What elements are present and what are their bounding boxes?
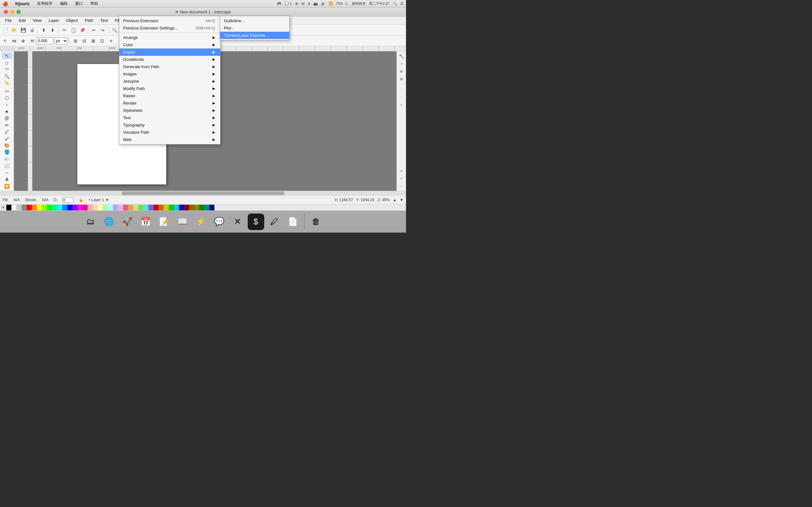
menu-raster[interactable]: Raster▶ [119,92,220,100]
zoom-btn[interactable]: 🔍 [2,73,12,79]
menu-generate-from-path[interactable]: Generate from Path▶ [119,63,220,70]
dock-inkscape[interactable]: 🖊 [266,214,283,230]
dock-rocket[interactable]: 🚀 [119,214,136,230]
color-swatch-orange[interactable] [32,205,37,210]
layer-arrow[interactable]: ▼ [105,198,109,202]
zoom-up-btn[interactable]: ▲ [393,198,397,202]
dock-finder[interactable]: 🗂 [82,214,99,230]
color-swatch-20[interactable] [174,205,179,210]
dock-trash[interactable]: 🗑 [308,214,324,230]
snap-btn1[interactable]: ⌖ [398,60,405,67]
color-swatch-yellow[interactable] [37,205,42,210]
menu-file[interactable]: File [2,17,15,24]
menu-guillotine[interactable]: Guillotine... [220,17,289,24]
print-icon[interactable]: 🖨 [28,26,36,34]
lock-icon[interactable]: 🔒 [79,198,84,202]
color-swatch-16[interactable] [154,205,159,210]
camera-icon[interactable]: 📷 [313,2,318,6]
color-swatch-blue[interactable] [67,205,72,210]
color-swatch-21[interactable] [179,205,184,210]
color-swatch-5[interactable] [98,205,103,210]
menu-previous-extension[interactable]: Previous Extension Alt+Q [119,17,220,24]
color-swatch-8[interactable] [113,205,118,210]
color-swatch-4[interactable] [93,205,98,210]
menu-arrange[interactable]: Arrange▶ [119,34,220,41]
color-swatch-magenta[interactable] [78,205,83,210]
color-swatch-1[interactable] [16,205,21,210]
dock-notes[interactable]: 📝 [156,214,172,230]
zoom-minus-btn[interactable]: − [398,182,405,189]
eye-icon[interactable]: 👁 [295,2,299,6]
close-button[interactable] [4,10,8,14]
tweak-btn[interactable]: 〜 [2,66,12,72]
color-swatch-15[interactable] [148,205,154,210]
color-swatch-12[interactable] [133,205,138,210]
color-swatch-pink[interactable] [83,205,88,210]
menu-color[interactable]: Color▶ [119,41,220,49]
color-swatch-23[interactable] [189,205,194,210]
h-input[interactable] [36,38,53,44]
menubar-app[interactable]: 应用程序 [35,0,54,7]
snap-icon4[interactable]: ⊡ [98,37,106,45]
copy-icon[interactable]: 📋 [69,26,78,34]
zoom-down-btn[interactable]: ▼ [400,198,403,202]
color-swatch-black[interactable] [6,205,11,210]
paint-btn[interactable]: 🎨 [2,142,12,149]
menu-text[interactable]: Text [97,17,111,24]
dock-calendar[interactable]: 📅 [137,214,154,230]
menubar-window[interactable]: 窗口 [73,0,85,7]
snap-icon1[interactable]: ⊞ [71,37,80,45]
select-tool-btn[interactable]: ↖ [2,53,12,59]
color-swatch-green[interactable] [47,205,52,210]
snap-icon3[interactable]: ⊠ [89,37,97,45]
save-icon[interactable]: 💾 [19,26,27,34]
menu-object[interactable]: Object [63,17,81,24]
color-swatch-cyan[interactable] [57,205,62,210]
menu-text[interactable]: Text▶ [119,114,220,121]
menu-icon[interactable]: ☰ [400,2,403,6]
unit-select[interactable]: px mm cm [55,38,68,44]
dock-chrome[interactable]: 🌐 [101,214,117,230]
maximize-button[interactable] [16,10,20,14]
menu-prev-ext-settings[interactable]: Previous Extension Settings... Shift+Alt… [119,24,220,32]
wechat-icon[interactable]: 💬 1 [285,2,292,6]
menu-visualize-path[interactable]: Visualize Path▶ [119,129,220,136]
snap-btn7[interactable]: ≡ [398,167,405,174]
open-icon[interactable]: 📂 [10,26,18,34]
connector-btn[interactable]: ↔ [2,170,12,176]
new-icon[interactable]: 📄 [1,26,9,34]
color-swatch-3[interactable] [88,205,93,210]
dock-xquartz[interactable]: ✕ [229,214,246,230]
color-swatch-2[interactable] [21,205,27,210]
dock-wechat[interactable]: 💬 [211,214,227,230]
color-swatch-24[interactable] [194,205,199,210]
color-swatch-22[interactable] [184,205,189,210]
pen-btn[interactable]: 🖊 [2,129,12,135]
color-swatch-27[interactable] [209,205,214,210]
import-icon[interactable]: ⬆ [40,26,48,34]
fill-btn[interactable]: 🪣 [2,149,12,155]
cut-icon[interactable]: ✂ [60,26,68,34]
star-btn[interactable]: ★ [2,108,12,115]
menu-turnkeylaser[interactable]: TurnkeyLaser Exporter... [220,32,289,39]
color-swatch-10[interactable] [123,205,128,210]
no-color-btn[interactable]: ✕ [0,205,6,211]
dock-scrivenor[interactable]: 📖 [174,214,191,230]
m-icon[interactable]: M [302,2,305,6]
menu-render[interactable]: Render▶ [119,100,220,107]
zoom-icon[interactable]: 🔍 [110,26,119,34]
color-swatch-white[interactable] [11,205,16,210]
horizontal-scrollbar[interactable] [0,191,406,195]
pencil-btn[interactable]: ✏ [2,122,12,128]
menu-stylesheet[interactable]: Stylesheet▶ [119,107,220,114]
menu-images[interactable]: Images▶ [119,70,220,78]
menu-typography[interactable]: Typography▶ [119,121,220,129]
menubar-edit[interactable]: 编辑 [58,0,69,7]
game-icon[interactable]: 🎮 [277,2,281,6]
color-swatch-9[interactable] [118,205,123,210]
snap-enable-btn[interactable]: 🔧 [398,53,405,60]
color-swatch-14[interactable] [143,205,148,210]
undo-icon[interactable]: ↩ [90,26,98,34]
paste-icon[interactable]: 📌 [78,26,86,34]
zoom-plus-btn[interactable]: + [398,175,405,182]
